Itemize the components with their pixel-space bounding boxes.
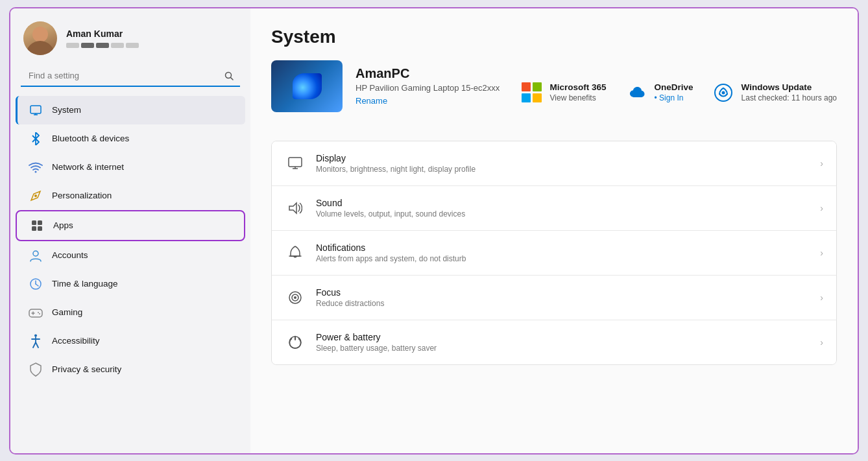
dot1 — [66, 43, 79, 48]
sidebar-item-privacy[interactable]: Privacy & security — [16, 355, 245, 384]
sidebar-item-system[interactable]: System — [16, 96, 245, 124]
sidebar-item-label-time: Time & language — [52, 279, 118, 289]
sidebar-item-apps[interactable]: Apps — [16, 210, 245, 241]
power-text: Power & battery Sleep, battery usage, ba… — [316, 332, 810, 353]
svg-rect-7 — [32, 220, 36, 225]
avatar — [23, 21, 57, 55]
dot2 — [81, 43, 94, 48]
sound-subtitle: Volume levels, output, input, sound devi… — [316, 209, 810, 219]
svg-line-14 — [36, 284, 38, 286]
settings-window: Aman Kumar — [9, 7, 859, 455]
sidebar-item-network[interactable]: Network & internet — [16, 153, 245, 182]
bluetooth-icon — [29, 132, 43, 146]
svg-point-5 — [35, 171, 37, 172]
accounts-icon — [29, 248, 43, 263]
user-info: Aman Kumar — [66, 29, 139, 48]
personalization-icon — [29, 189, 43, 203]
app-onedrive[interactable]: OneDrive • Sign In — [626, 82, 693, 103]
display-text: Display Monitors, brightness, night ligh… — [316, 153, 810, 174]
svg-point-19 — [39, 313, 40, 314]
user-dots — [66, 43, 139, 48]
sidebar-item-personalization[interactable]: Personalization — [16, 182, 245, 210]
user-section[interactable]: Aman Kumar — [10, 8, 250, 65]
display-subtitle: Monitors, brightness, night light, displ… — [316, 165, 810, 174]
svg-point-11 — [33, 251, 38, 256]
sidebar-item-bluetooth[interactable]: Bluetooth & devices — [16, 124, 245, 153]
focus-subtitle: Reduce distractions — [316, 299, 810, 308]
sound-icon — [285, 198, 306, 219]
notifications-subtitle: Alerts from apps and system, do not dist… — [316, 254, 810, 263]
system-icon — [29, 103, 43, 117]
notifications-chevron: › — [820, 248, 823, 258]
sidebar-item-label-personalization: Personalization — [52, 191, 112, 200]
onedrive-title: OneDrive — [655, 82, 693, 92]
settings-row-notifications[interactable]: Notifications Alerts from apps and syste… — [272, 231, 836, 276]
sidebar-item-label-gaming: Gaming — [52, 307, 82, 317]
dot5 — [126, 43, 139, 48]
svg-rect-8 — [38, 220, 42, 225]
sound-text: Sound Volume levels, output, input, soun… — [316, 198, 810, 219]
gaming-icon — [29, 305, 43, 320]
settings-row-display[interactable]: Display Monitors, brightness, night ligh… — [272, 141, 836, 186]
sidebar-item-accounts[interactable]: Accounts — [16, 241, 245, 270]
search-icon — [224, 71, 234, 80]
search-input[interactable] — [21, 65, 240, 87]
windowsupdate-subtitle: Last checked: 11 hours ago — [741, 93, 837, 102]
display-title: Display — [316, 153, 810, 163]
svg-line-1 — [231, 78, 234, 80]
sidebar-item-label-bluetooth: Bluetooth & devices — [52, 134, 129, 143]
svg-rect-10 — [38, 226, 42, 231]
pc-apps: Microsoft 365 View benefits OneDrive • S… — [519, 82, 837, 103]
display-icon — [285, 153, 306, 174]
onedrive-subtitle: • Sign In — [655, 93, 693, 102]
notifications-title: Notifications — [316, 242, 810, 253]
user-name: Aman Kumar — [66, 29, 139, 39]
svg-line-24 — [36, 342, 38, 348]
app-windowsupdate[interactable]: Windows Update Last checked: 11 hours ag… — [713, 82, 837, 103]
svg-rect-2 — [30, 106, 41, 113]
apps-icon — [30, 219, 44, 233]
sidebar-item-label-privacy: Privacy & security — [52, 364, 121, 374]
time-icon — [29, 277, 43, 291]
nav-list: System Bluetooth & devices — [10, 93, 250, 453]
notifications-text: Notifications Alerts from apps and syste… — [316, 242, 810, 263]
sidebar-item-accessibility[interactable]: Accessibility — [16, 327, 245, 355]
windowsupdate-title: Windows Update — [741, 82, 837, 92]
settings-list: Display Monitors, brightness, night ligh… — [271, 141, 837, 365]
sidebar-item-time[interactable]: Time & language — [16, 270, 245, 298]
accessibility-icon — [29, 334, 43, 348]
settings-row-power[interactable]: Power & battery Sleep, battery usage, ba… — [272, 320, 836, 364]
pc-rename-link[interactable]: Rename — [356, 96, 500, 106]
sound-chevron: › — [820, 203, 823, 213]
notifications-icon — [285, 242, 306, 263]
svg-point-20 — [34, 334, 37, 337]
power-subtitle: Sleep, battery usage, battery saver — [316, 344, 810, 353]
svg-point-18 — [38, 312, 39, 313]
sound-title: Sound — [316, 198, 810, 208]
settings-row-sound[interactable]: Sound Volume levels, output, input, soun… — [272, 186, 836, 231]
pc-info: AmanPC HP Pavilion Gaming Laptop 15-ec2x… — [356, 66, 500, 106]
page-title: System — [271, 27, 837, 47]
svg-rect-27 — [289, 158, 302, 167]
app-microsoft365[interactable]: Microsoft 365 View benefits — [522, 82, 607, 103]
microsoft365-title: Microsoft 365 — [550, 82, 607, 92]
svg-point-34 — [294, 296, 296, 299]
focus-chevron: › — [820, 292, 823, 303]
pc-thumbnail — [271, 60, 343, 112]
settings-row-focus[interactable]: Focus Reduce distractions › — [272, 276, 836, 320]
sidebar: Aman Kumar — [10, 8, 250, 453]
sidebar-item-gaming[interactable]: Gaming — [16, 298, 245, 327]
svg-point-6 — [34, 195, 37, 197]
dot3 — [96, 43, 109, 48]
power-chevron: › — [820, 337, 823, 348]
power-icon — [285, 332, 306, 353]
pc-card: AmanPC HP Pavilion Gaming Laptop 15-ec2x… — [271, 60, 500, 112]
windowsupdate-icon — [713, 82, 734, 103]
main-content: System AmanPC HP Pavilion Gaming Laptop … — [250, 8, 858, 453]
network-icon — [29, 160, 43, 174]
svg-point-26 — [721, 91, 725, 94]
microsoft365-icon — [522, 82, 542, 103]
focus-icon — [285, 287, 306, 308]
focus-title: Focus — [316, 287, 810, 298]
pc-model: HP Pavilion Gaming Laptop 15-ec2xxx — [356, 83, 500, 93]
